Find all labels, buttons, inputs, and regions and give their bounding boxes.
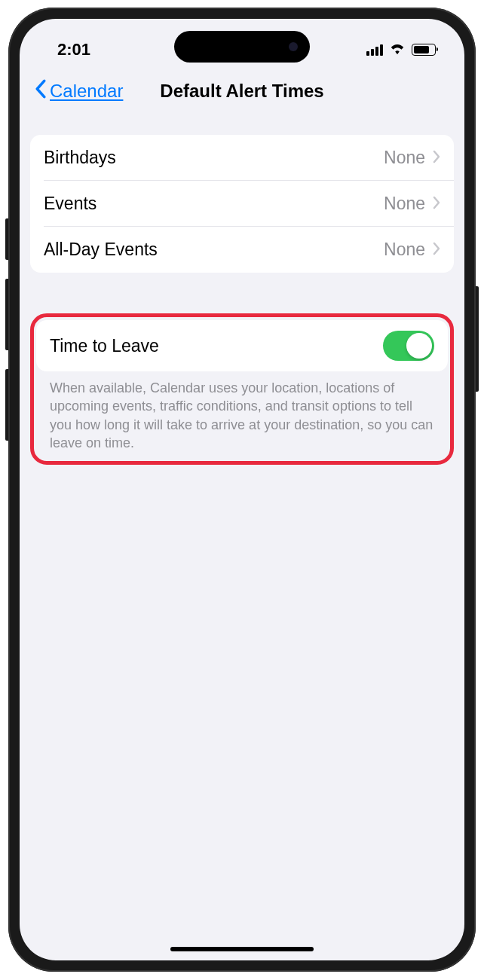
home-indicator[interactable] — [170, 947, 314, 951]
highlighted-section: Time to Leave When available, Calendar u… — [30, 313, 454, 465]
phone-side-buttons — [5, 218, 8, 260]
nav-bar: Calendar Default Alert Times — [20, 64, 464, 117]
chevron-right-icon — [433, 150, 440, 166]
battery-icon — [412, 44, 436, 56]
back-label: Calendar — [50, 81, 123, 102]
row-right: None — [384, 240, 440, 260]
chevron-right-icon — [433, 196, 440, 212]
events-row[interactable]: Events None — [30, 181, 454, 227]
screen: 2:01 Calendar Default Alert Tim — [20, 19, 464, 960]
toggle-knob — [406, 333, 432, 359]
dynamic-island — [174, 31, 310, 63]
status-icons — [366, 41, 436, 58]
alert-settings-group: Birthdays None Events None — [30, 135, 454, 273]
birthdays-row[interactable]: Birthdays None — [30, 135, 454, 181]
phone-frame: 2:01 Calendar Default Alert Tim — [8, 8, 476, 972]
chevron-right-icon — [433, 242, 440, 258]
time-to-leave-description: When available, Calendar uses your locat… — [36, 371, 448, 455]
time-to-leave-row: Time to Leave — [36, 320, 448, 371]
row-right: None — [384, 194, 440, 214]
wifi-icon — [389, 41, 406, 58]
row-label: Time to Leave — [50, 336, 159, 356]
row-right: None — [384, 148, 440, 168]
content: Birthdays None Events None — [20, 117, 464, 465]
time-to-leave-toggle[interactable] — [383, 331, 434, 361]
time-to-leave-group: Time to Leave — [36, 320, 448, 371]
all-day-events-row[interactable]: All-Day Events None — [30, 227, 454, 273]
row-label: Birthdays — [44, 148, 116, 168]
row-value: None — [384, 148, 425, 168]
page-title: Default Alert Times — [160, 81, 323, 102]
row-value: None — [384, 240, 425, 260]
row-value: None — [384, 194, 425, 214]
back-button[interactable]: Calendar — [35, 79, 123, 103]
chevron-left-icon — [35, 79, 47, 103]
status-time: 2:01 — [57, 40, 90, 60]
row-label: Events — [44, 194, 96, 214]
row-label: All-Day Events — [44, 240, 158, 260]
cellular-icon — [366, 44, 383, 56]
phone-power-button — [476, 286, 479, 392]
